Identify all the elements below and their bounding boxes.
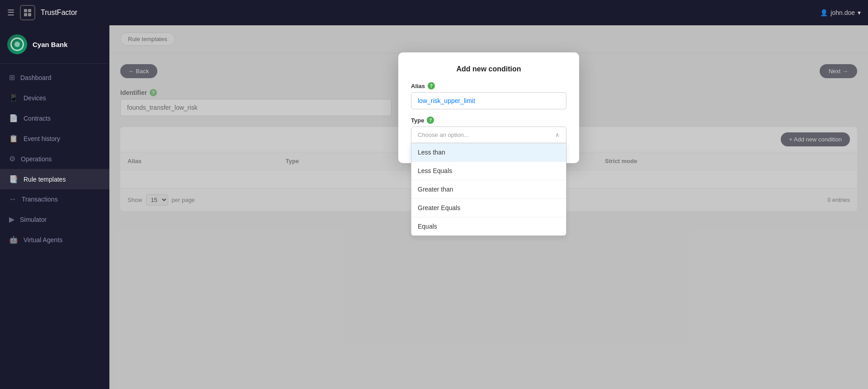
type-field: Type ? Choose an option... ∧ Less than L…	[411, 117, 566, 143]
option-less-equals[interactable]: Less Equals	[411, 162, 566, 180]
topbar: ☰ TrustFactor 👤 john.doe ▾	[0, 0, 868, 25]
event-history-icon: 📋	[9, 134, 18, 143]
sidebar-item-label: Simulator	[20, 216, 47, 223]
bank-logo	[7, 34, 27, 54]
type-select-wrapper: Choose an option... ∧ Less than Less Equ…	[411, 127, 566, 143]
type-help-icon: ?	[427, 117, 434, 124]
sidebar-item-label: Devices	[24, 94, 46, 102]
sidebar-item-label: Contracts	[24, 115, 51, 122]
bank-header: Cyan Bank	[0, 25, 109, 64]
sidebar-nav: ⊞ Dashboard 📱 Devices 📄 Contracts 📋 Even…	[0, 64, 109, 389]
sidebar-item-operations[interactable]: ⚙ Operations	[0, 149, 109, 169]
alias-label: Alias ?	[411, 82, 566, 89]
alias-input[interactable]	[411, 92, 566, 109]
simulator-icon: ▶	[9, 215, 14, 224]
type-select-display[interactable]: Choose an option... ∧	[411, 127, 566, 143]
chevron-down-icon: ▾	[858, 9, 861, 16]
sidebar-item-rule-templates[interactable]: 📑 Rule templates	[0, 169, 109, 189]
virtual-agents-icon: 🤖	[9, 235, 18, 244]
type-dropdown: Less than Less Equals Greater than Great…	[411, 143, 566, 236]
transactions-icon: ↔	[9, 195, 16, 203]
alias-help-icon: ?	[428, 82, 435, 89]
type-placeholder: Choose an option...	[418, 131, 469, 138]
sidebar-item-label: Rule templates	[24, 176, 66, 183]
svg-rect-0	[24, 9, 27, 12]
sidebar-item-label: Transactions	[22, 196, 58, 203]
type-label: Type ?	[411, 117, 566, 124]
svg-rect-1	[28, 9, 31, 12]
chevron-up-icon: ∧	[555, 131, 560, 138]
modal-title: Add new condition	[411, 65, 566, 73]
option-greater-equals[interactable]: Greater Equals	[411, 199, 566, 217]
option-greater-than[interactable]: Greater than	[411, 180, 566, 199]
sidebar-item-contracts[interactable]: 📄 Contracts	[0, 108, 109, 128]
main-layout: Cyan Bank ⊞ Dashboard 📱 Devices 📄 Contra…	[0, 25, 868, 389]
app-name: TrustFactor	[41, 9, 77, 17]
sidebar-item-label: Dashboard	[20, 74, 52, 81]
user-menu[interactable]: 👤 john.doe ▾	[820, 9, 861, 16]
sidebar-item-devices[interactable]: 📱 Devices	[0, 88, 109, 108]
sidebar-item-label: Virtual Agents	[24, 236, 62, 244]
alias-field: Alias ?	[411, 82, 566, 109]
main-content: Rule templates ← Back Next → Identifier …	[109, 25, 868, 389]
bank-name: Cyan Bank	[33, 41, 68, 48]
sidebar-item-event-history[interactable]: 📋 Event history	[0, 128, 109, 149]
sidebar-item-label: Event history	[24, 135, 60, 142]
username-label: john.doe	[830, 9, 855, 16]
app-logo	[20, 5, 35, 20]
hamburger-icon[interactable]: ☰	[7, 8, 14, 18]
sidebar-item-virtual-agents[interactable]: 🤖 Virtual Agents	[0, 230, 109, 250]
contracts-icon: 📄	[9, 114, 18, 122]
svg-rect-2	[24, 13, 27, 16]
option-equals[interactable]: Equals	[411, 217, 566, 235]
modal-overlay[interactable]: Add new condition Alias ? Type ?	[109, 25, 868, 389]
user-avatar-icon: 👤	[820, 9, 828, 16]
sidebar: Cyan Bank ⊞ Dashboard 📱 Devices 📄 Contra…	[0, 25, 109, 389]
operations-icon: ⚙	[9, 155, 15, 163]
dashboard-icon: ⊞	[9, 73, 15, 82]
devices-icon: 📱	[9, 94, 18, 102]
sidebar-item-transactions[interactable]: ↔ Transactions	[0, 189, 109, 209]
sidebar-item-dashboard[interactable]: ⊞ Dashboard	[0, 67, 109, 88]
add-condition-modal: Add new condition Alias ? Type ?	[398, 52, 579, 163]
sidebar-item-label: Operations	[21, 155, 52, 163]
option-less-than[interactable]: Less than	[411, 143, 566, 162]
sidebar-item-simulator[interactable]: ▶ Simulator	[0, 209, 109, 230]
svg-rect-3	[28, 13, 31, 16]
rule-templates-icon: 📑	[9, 175, 18, 183]
